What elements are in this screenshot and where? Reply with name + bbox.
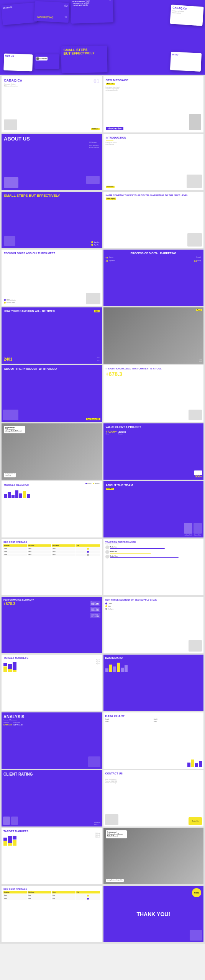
slide29-r2c2: Data: [28, 897, 51, 900]
slide29-r2c1: Data: [3, 897, 27, 900]
slide15-bar3: [11, 495, 15, 498]
slide20-title: OUR THREE ELEMENT OF SEO SUPPLY CHAIN: [105, 599, 202, 601]
slide18-member2: Member Two: [110, 551, 202, 552]
slide8-step3: Research: [154, 256, 201, 259]
slide5-item1: Mayor One: [94, 242, 100, 243]
slide16-title: ABOUT THE TEAM: [106, 483, 202, 487]
slide19-val1: $321.1M: [91, 603, 99, 605]
slide-9-campaign: HOW YOUR CAMPAIGN WILL BE TIMED 2023 240…: [2, 307, 102, 364]
slide20-item3: Employees: [105, 608, 202, 610]
slide15-legend1: Reports: [87, 483, 92, 484]
slide30-title: THANK YOU!: [136, 911, 170, 917]
hero-preview: MESSAGE MARKETING 02 03 NAME COMPANY TAK…: [0, 0, 205, 75]
slide17-col2: Mid-Range: [28, 544, 51, 547]
slide9-text: 20232025: [97, 357, 100, 362]
slide15-legend2-dot: [93, 483, 94, 484]
slide2-text: Lorem ipsum dolor sit ametconsectetur ad…: [106, 87, 202, 91]
slide-24-datachart: DATA CHART Trend A Data B Trend C Result: [103, 712, 204, 769]
slide29-r1c1: Data: [3, 894, 27, 897]
slide-13-videographer: Professional VideographerAlways Make Dif…: [2, 423, 102, 480]
slide24-col1: Trend A: [105, 719, 153, 720]
slide12-num: +678.3: [106, 371, 202, 377]
slide18-member3: Member Three: [110, 555, 202, 557]
slide17-row2c3: Value: [52, 550, 75, 553]
slide26-info: Email: info@cabaq.co Phone: +1 234 567 8…: [105, 779, 202, 784]
slide27-title: TARGET MARKETS: [3, 830, 100, 833]
slide8-steplabel3: Research: [196, 256, 201, 258]
slide29-r2c3: Data: [52, 897, 75, 900]
slide-7-tech: TECHNOLOGIES AND CULTURES MEET 1 SEO Opt…: [2, 250, 102, 306]
slide6-img: [187, 233, 202, 247]
slide11-img: [3, 410, 18, 420]
slide4-btn: Introduction: [106, 186, 115, 188]
slide-16-team: ABOUT THE TEAM Read More Anthony Keith D…: [103, 481, 204, 537]
slide26-title: CONTACT US: [105, 772, 202, 775]
slide18-bar1: [110, 548, 165, 549]
preview-num-04: 04: [109, 0, 111, 1]
slide14-title: VALUE CLIENT & PROJECT: [106, 426, 202, 429]
slide16-btn: Read More: [106, 488, 114, 490]
slide25-title: CLIENT RATING: [3, 772, 100, 776]
slides-grid: CABAQ.Co Company SystemAddress Informati…: [0, 75, 205, 944]
slide24-col4: Result: [154, 721, 202, 722]
slide16-person2: Dorsey Millie: [194, 534, 202, 536]
slide15-bar1: [4, 494, 7, 498]
slide2-title: CEO MESSAGE: [106, 78, 202, 82]
slide17-row2c4: [76, 550, 100, 553]
slide11-title: ABOUT THE PRODUCT WITH VIDEO: [4, 368, 100, 371]
slide8-steplabel2: Experiment: [109, 260, 115, 261]
slide-25-clientrating: CLIENT RATING Rated Royal★★★★★: [2, 770, 102, 826]
slide29-r1c4: [76, 894, 100, 897]
slide15-bar4: [15, 490, 18, 498]
slide4-bar: [106, 140, 113, 140]
slide17-col4: Perf.: [76, 544, 100, 547]
slide-19-performance: PERFORMANCE SUMMARY +678.3 Reaching $321…: [2, 597, 102, 653]
slide7-num1: 1: [4, 299, 6, 301]
slide5-item2: Mayor Two: [94, 244, 100, 246]
slide2-name: Aaron Loeb: [106, 83, 115, 85]
slide17-row2c2: Value: [28, 550, 51, 553]
slide-12-knowledge: IT'S OUR KNOWLEDGE THAT CONTENT IS A TOO…: [103, 365, 204, 421]
slide22-bar4: [117, 663, 120, 672]
slide15-legend2: Analytics: [95, 483, 99, 484]
slide18-avatar2: [105, 550, 109, 554]
slide-15-market: MARKET RESERCH Reports Analytics: [2, 481, 102, 537]
slide10-bg: [103, 307, 204, 364]
slide-28-videographer2: Professional Videographer Always Make Di…: [103, 828, 204, 884]
slide20-dot3: [105, 608, 107, 610]
slide17-row3c3: Value: [52, 554, 75, 556]
slide-26-contact: CONTACT US Contact Info Email: info@caba…: [103, 770, 204, 826]
slide9-year: 2023: [94, 310, 100, 312]
slide17-title: SEO COST AVERAGE: [3, 541, 100, 543]
slide27-bar1a: [3, 838, 7, 841]
keynote-label: KEYNOTE: [39, 58, 47, 60]
slide5-img: [4, 236, 15, 246]
slide26-img1: [105, 814, 118, 825]
slide20-label3: Employees: [108, 608, 114, 610]
slide15-bar2: [8, 492, 11, 498]
slide24-bar2: [191, 760, 194, 767]
preview-small-steps: SMALL STEPSBUT EFFECTIVELY: [64, 48, 105, 56]
slide1-tag: CABAQ.Co: [91, 128, 100, 130]
slide13-title: Professional VideographerAlways Make Dif…: [5, 427, 23, 432]
slide8-stepnum2: 02: [106, 260, 108, 262]
slide17-row1c2: Value: [28, 547, 51, 550]
slide21-bar2b: [8, 669, 12, 672]
slide-8-process: PROCESS OF DIGITAL MARKETING 01 Discover…: [103, 250, 204, 306]
slide27-bar2b: [8, 843, 12, 846]
slide23-val2: $846.1M: [13, 724, 22, 726]
slide24-title: DATA CHART: [105, 714, 202, 718]
slide2-person-img: [189, 114, 201, 130]
slide22-bar5: [121, 668, 124, 672]
slide4-img: [187, 175, 202, 188]
slide18-avatar3: [105, 555, 109, 559]
keynote-icon: [36, 57, 39, 60]
slide21-bar3b: [13, 670, 16, 672]
slide9-num: 2401: [4, 357, 12, 361]
slide1-subtitle: Company SystemAddress Information: [4, 83, 100, 87]
slide21-title: TARGET MARKETS: [3, 657, 100, 659]
slide14-num2-wrap: 47608 Projects: [118, 431, 126, 435]
slide-30-thankyou: THANK YOU! 98%: [103, 886, 204, 942]
slide-22-dashboard: DASHBOARD: [103, 655, 204, 711]
slide14-logo: [194, 470, 202, 475]
